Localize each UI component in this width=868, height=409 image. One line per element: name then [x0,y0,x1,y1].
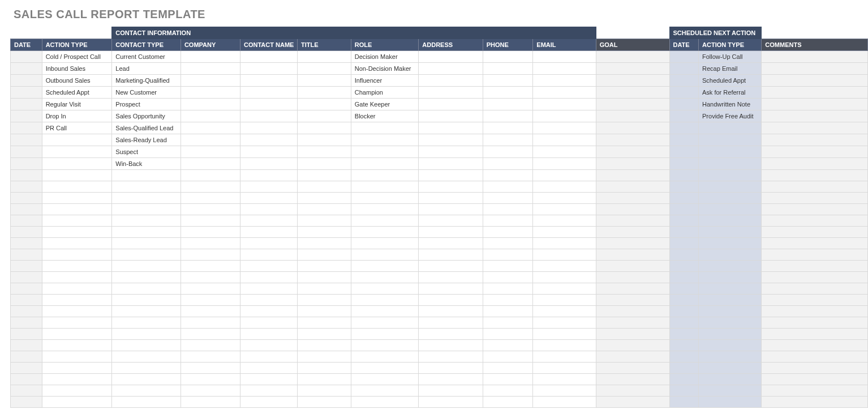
cell-email[interactable] [533,295,596,306]
cell-email[interactable] [533,340,596,351]
cell-next-date[interactable] [669,272,699,283]
cell-address[interactable] [419,181,483,193]
cell-contact-type[interactable]: Suspect [112,146,181,158]
cell-phone[interactable] [483,363,533,374]
cell-comments[interactable] [762,110,868,122]
cell-address[interactable] [419,193,483,204]
cell-email[interactable] [533,351,596,363]
cell-contact-name[interactable] [240,306,298,317]
cell-date[interactable] [11,51,42,63]
cell-address[interactable] [419,75,483,87]
table-row[interactable] [11,204,868,215]
cell-phone[interactable] [483,87,533,99]
cell-next-date[interactable] [669,63,699,75]
cell-email[interactable] [533,317,596,329]
cell-company[interactable] [181,249,240,261]
cell-contact-type[interactable] [112,329,181,340]
cell-email[interactable] [533,158,596,170]
cell-address[interactable] [419,134,483,146]
cell-date[interactable] [11,374,42,385]
cell-contact-type[interactable] [112,351,181,363]
cell-date[interactable] [11,295,42,306]
cell-date[interactable] [11,122,42,134]
cell-next-action-type[interactable] [699,170,762,181]
cell-date[interactable] [11,261,42,272]
cell-goal[interactable] [596,122,669,134]
cell-next-date[interactable] [669,181,699,193]
cell-action-type[interactable] [42,363,112,374]
cell-email[interactable] [533,227,596,238]
cell-title[interactable] [297,283,351,295]
table-row[interactable]: Suspect [11,146,868,158]
cell-contact-name[interactable] [240,385,298,397]
cell-role[interactable]: Champion [351,87,419,99]
cell-contact-name[interactable] [240,158,298,170]
cell-contact-type[interactable] [112,249,181,261]
cell-role[interactable]: Gate Keeper [351,99,419,110]
cell-address[interactable] [419,238,483,249]
cell-next-date[interactable] [669,351,699,363]
cell-comments[interactable] [762,340,868,351]
cell-action-type[interactable] [42,204,112,215]
table-row[interactable] [11,363,868,374]
cell-company[interactable] [181,146,240,158]
cell-comments[interactable] [762,146,868,158]
cell-address[interactable] [419,99,483,110]
cell-next-action-type[interactable]: Handwritten Note [699,99,762,110]
cell-phone[interactable] [483,397,533,408]
cell-goal[interactable] [596,170,669,181]
cell-company[interactable] [181,215,240,227]
cell-role[interactable] [351,181,419,193]
cell-date[interactable] [11,272,42,283]
cell-contact-type[interactable] [112,181,181,193]
cell-company[interactable] [181,134,240,146]
cell-action-type[interactable] [42,146,112,158]
cell-title[interactable] [297,122,351,134]
cell-next-action-type[interactable] [699,317,762,329]
cell-next-date[interactable] [669,87,699,99]
cell-next-date[interactable] [669,249,699,261]
table-row[interactable] [11,351,868,363]
cell-next-action-type[interactable] [699,238,762,249]
cell-phone[interactable] [483,215,533,227]
cell-address[interactable] [419,51,483,63]
cell-contact-name[interactable] [240,249,298,261]
cell-email[interactable] [533,110,596,122]
cell-company[interactable] [181,170,240,181]
cell-company[interactable] [181,317,240,329]
cell-title[interactable] [297,63,351,75]
cell-address[interactable] [419,283,483,295]
cell-goal[interactable] [596,317,669,329]
cell-title[interactable] [297,238,351,249]
cell-next-date[interactable] [669,75,699,87]
cell-next-action-type[interactable]: Follow-Up Call [699,51,762,63]
cell-role[interactable] [351,158,419,170]
cell-date[interactable] [11,283,42,295]
cell-title[interactable] [297,340,351,351]
cell-action-type[interactable] [42,215,112,227]
cell-title[interactable] [297,158,351,170]
cell-goal[interactable] [596,329,669,340]
cell-address[interactable] [419,87,483,99]
cell-company[interactable] [181,340,240,351]
table-row[interactable]: PR CallSales-Qualified Lead [11,122,868,134]
table-row[interactable] [11,181,868,193]
cell-company[interactable] [181,193,240,204]
cell-goal[interactable] [596,351,669,363]
table-row[interactable] [11,238,868,249]
cell-date[interactable] [11,193,42,204]
cell-email[interactable] [533,385,596,397]
cell-phone[interactable] [483,181,533,193]
cell-email[interactable] [533,283,596,295]
cell-email[interactable] [533,238,596,249]
cell-next-date[interactable] [669,158,699,170]
cell-action-type[interactable] [42,170,112,181]
cell-phone[interactable] [483,261,533,272]
cell-goal[interactable] [596,363,669,374]
cell-contact-name[interactable] [240,146,298,158]
cell-comments[interactable] [762,170,868,181]
cell-phone[interactable] [483,122,533,134]
cell-phone[interactable] [483,306,533,317]
cell-next-date[interactable] [669,295,699,306]
cell-company[interactable] [181,295,240,306]
